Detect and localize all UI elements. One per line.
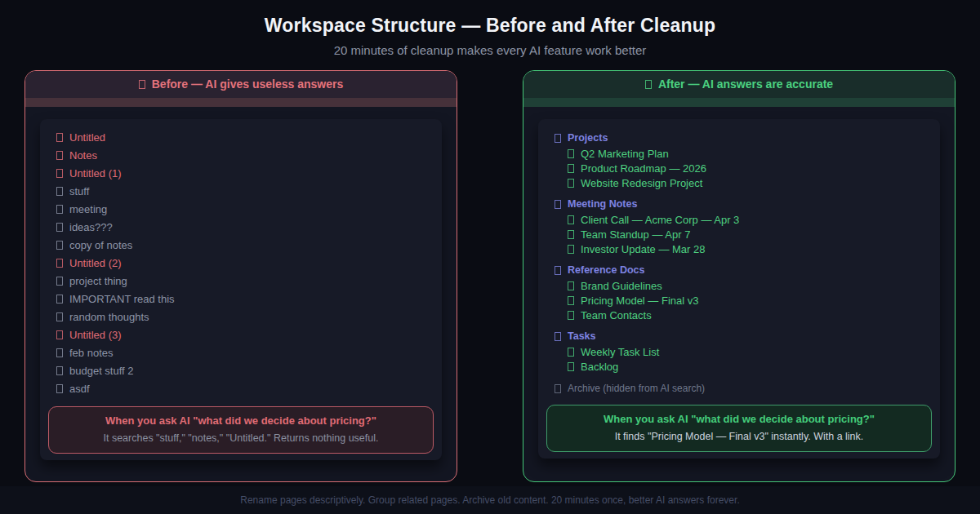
page-icon (56, 348, 63, 357)
page-icon (568, 179, 574, 188)
page-item: Pricing Model — Final v3 (568, 293, 933, 308)
page-icon (56, 133, 63, 142)
page-item-label: Product Roadmap — 2026 (581, 162, 706, 175)
page-item: Brand Guidelines (568, 278, 933, 293)
page-item-label: asdf (69, 383, 90, 395)
folder-item: Reference Docs (555, 262, 933, 278)
archive-label: Archive (hidden from AI search) (568, 383, 705, 394)
page-item: meeting (56, 200, 435, 218)
page-item-label: Untitled (69, 131, 105, 144)
page-item-label: feb notes (69, 347, 114, 359)
page-subtitle: 20 minutes of cleanup makes every AI fea… (0, 43, 980, 57)
before-callout-body: It searches "stuff," "notes," "Untitled.… (57, 432, 425, 444)
folder-item: Projects (555, 130, 933, 146)
page-item-label: Notes (69, 149, 97, 162)
page-icon (568, 281, 574, 290)
before-panel-header: Before — AI gives useless answers (25, 71, 457, 98)
before-accent-bar (25, 98, 457, 107)
before-page-list: Untitled Notes Untitled (1) stuff meetin… (47, 128, 435, 397)
page-item: Team Contacts (568, 308, 933, 322)
before-callout-title: When you ask AI "what did we decide abou… (57, 414, 425, 427)
page-icon (568, 149, 574, 158)
before-panel-title: Before — AI gives useless answers (152, 78, 343, 91)
page-group: Tasks Weekly Task List Backlog (555, 328, 933, 374)
hero: Workspace Structure — Before and After C… (0, 0, 980, 57)
page-item: Website Redesign Project (568, 175, 933, 190)
check-status-icon (645, 80, 652, 89)
page-item: Q2 Marketing Plan (568, 146, 933, 161)
page-item: Investor Update — Mar 28 (568, 241, 933, 256)
page-group: Reference Docs Brand Guidelines Pricing … (555, 262, 933, 322)
page-icon (568, 296, 574, 305)
page-item-label: Weekly Task List (581, 346, 659, 358)
page-item-label: Team Contacts (581, 309, 652, 321)
after-panel-body: Projects Q2 Marketing Plan Product Roadm… (523, 107, 955, 459)
after-panel: After — AI answers are accurate Projects… (523, 70, 956, 482)
folder-label: Tasks (568, 330, 596, 342)
page-icon (56, 169, 63, 178)
page-icon (56, 259, 63, 268)
page-item-label: Pricing Model — Final v3 (581, 295, 699, 307)
page-item: Team Standup — Apr 7 (568, 227, 933, 241)
page-item-label: project thing (69, 275, 127, 287)
before-page-list-card: Untitled Notes Untitled (1) stuff meetin… (40, 119, 442, 460)
after-panel-header: After — AI answers are accurate (523, 71, 955, 98)
page-item: ideas??? (56, 218, 435, 236)
page-item-label: Investor Update — Mar 28 (581, 243, 705, 255)
page-item-label: Team Standup — Apr 7 (581, 228, 690, 241)
after-callout-title: When you ask AI "what did we decide abou… (555, 413, 923, 425)
folder-label: Reference Docs (568, 264, 645, 276)
page-item: Notes (56, 146, 435, 164)
page-icon (56, 205, 63, 214)
before-ai-callout: When you ask AI "what did we decide abou… (48, 406, 434, 454)
page-item-label: Untitled (3) (69, 329, 122, 341)
page-item-label: random thoughts (69, 311, 149, 323)
archive-icon (555, 384, 561, 393)
folder-icon (555, 134, 561, 143)
page-item: random thoughts (56, 308, 435, 326)
folder-icon (555, 266, 561, 275)
page-item: Client Call — Acme Corp — Apr 3 (568, 212, 933, 227)
folder-icon (555, 200, 561, 209)
page-icon (56, 384, 63, 393)
archive-item: Archive (hidden from AI search) (555, 381, 933, 396)
page-item: IMPORTANT read this (56, 290, 435, 308)
page-item: Untitled (56, 128, 435, 146)
page-item-label: budget stuff 2 (69, 365, 134, 377)
page-group: Projects Q2 Marketing Plan Product Roadm… (555, 130, 933, 190)
page-item-label: meeting (69, 203, 107, 215)
page-icon (568, 362, 574, 371)
page-item: Weekly Task List (568, 344, 933, 359)
after-page-list-card: Projects Q2 Marketing Plan Product Roadm… (538, 119, 940, 459)
folder-label: Meeting Notes (568, 198, 637, 210)
page-item: stuff (56, 182, 435, 200)
page-item: Untitled (2) (56, 254, 435, 272)
page-item: Untitled (1) (56, 164, 435, 182)
folder-item: Meeting Notes (555, 196, 933, 212)
page-item-label: stuff (69, 185, 89, 197)
page-group: Meeting Notes Client Call — Acme Corp — … (555, 196, 933, 256)
page-icon (568, 230, 574, 239)
page-item: project thing (56, 272, 435, 290)
page-item: Product Roadmap — 2026 (568, 161, 933, 175)
page-icon (568, 245, 574, 254)
footer-tagline: Rename pages descriptively. Group relate… (0, 486, 980, 514)
page-icon (56, 330, 63, 339)
after-panel-title: After — AI answers are accurate (658, 78, 833, 91)
page-item-label: Website Redesign Project (581, 177, 702, 189)
page-icon (56, 223, 63, 232)
after-page-list: Projects Q2 Marketing Plan Product Roadm… (545, 130, 933, 396)
page-item-label: copy of notes (69, 239, 132, 251)
before-panel-body: Untitled Notes Untitled (1) stuff meetin… (25, 107, 457, 460)
page-icon (568, 348, 574, 357)
page-icon (568, 164, 574, 173)
page-item: copy of notes (56, 236, 435, 254)
page-item: asdf (56, 379, 435, 397)
after-ai-callout: When you ask AI "what did we decide abou… (546, 405, 932, 452)
page-item-label: Q2 Marketing Plan (581, 148, 669, 160)
page-item-label: IMPORTANT read this (69, 293, 175, 305)
page-icon (56, 241, 63, 250)
page-title: Workspace Structure — Before and After C… (0, 15, 980, 37)
page-item: feb notes (56, 343, 435, 361)
page-icon (56, 312, 63, 321)
